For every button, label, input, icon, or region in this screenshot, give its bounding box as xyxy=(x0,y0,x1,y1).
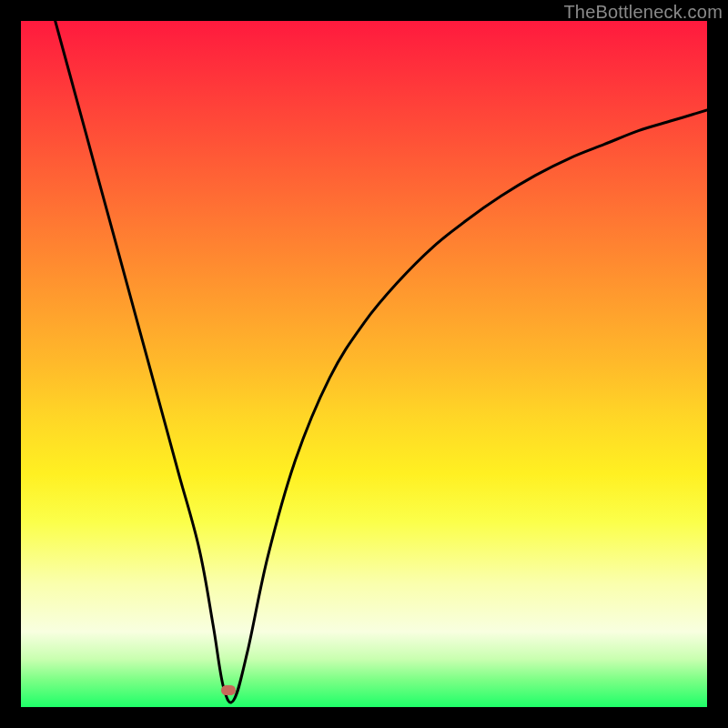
optimal-point-marker xyxy=(221,685,236,695)
attribution-text: TheBottleneck.com xyxy=(563,2,723,23)
chart-frame: TheBottleneck.com xyxy=(0,0,728,728)
bottleneck-curve xyxy=(21,21,707,707)
plot-area xyxy=(21,21,707,707)
